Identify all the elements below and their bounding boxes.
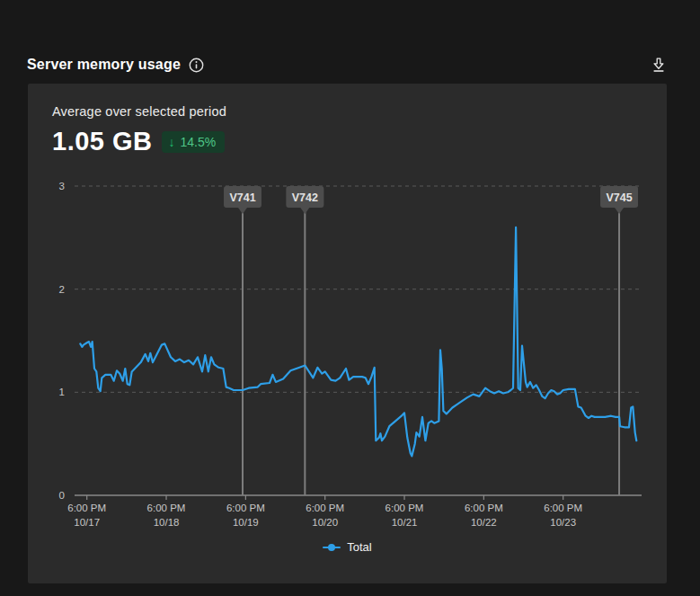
arrow-down-icon: ↓ xyxy=(169,135,175,149)
download-icon[interactable] xyxy=(650,56,668,74)
series-line-total[interactable] xyxy=(80,227,636,457)
x-tick-time: 6:00 PM xyxy=(226,503,265,513)
x-tick-date: 10/19 xyxy=(233,517,259,528)
summary-label: Average over selected period xyxy=(52,104,226,119)
delta-badge: ↓ 14.5% xyxy=(162,131,226,153)
x-tick-date: 10/21 xyxy=(392,517,418,528)
chart-header: Server memory usage xyxy=(27,56,668,74)
title-group: Server memory usage xyxy=(27,57,204,73)
x-tick-date: 10/17 xyxy=(74,517,100,528)
x-tick-date: 10/22 xyxy=(471,517,497,528)
average-value: 1.05 GB xyxy=(52,127,153,156)
x-tick-time: 6:00 PM xyxy=(544,503,582,513)
y-tick-label: 0 xyxy=(59,490,65,501)
x-tick-time: 6:00 PM xyxy=(465,503,503,513)
info-icon[interactable] xyxy=(189,58,204,73)
legend-series-icon xyxy=(323,543,341,552)
deploy-flag-label-v741: V741 xyxy=(229,191,255,204)
chart-legend[interactable]: Total xyxy=(28,540,667,554)
delta-value: 14.5% xyxy=(181,135,217,149)
page-title: Server memory usage xyxy=(27,57,181,73)
y-tick-label: 1 xyxy=(59,387,65,397)
x-tick-time: 6:00 PM xyxy=(147,503,186,513)
dashboard-page: Server memory usage Average over selecte… xyxy=(0,0,700,596)
deploy-flag-label-v742: V742 xyxy=(292,191,318,204)
x-tick-time: 6:00 PM xyxy=(385,503,424,513)
legend-series-label: Total xyxy=(347,540,371,554)
y-tick-label: 2 xyxy=(59,284,65,295)
deploy-flag-label-v745: V745 xyxy=(606,191,632,204)
chart-canvas[interactable]: 01236:00 PM10/176:00 PM10/186:00 PM10/19… xyxy=(28,175,667,539)
x-tick-date: 10/18 xyxy=(154,517,180,528)
summary-value-row: 1.05 GB ↓ 14.5% xyxy=(52,127,226,156)
x-tick-date: 10/23 xyxy=(550,517,576,528)
summary-block: Average over selected period 1.05 GB ↓ 1… xyxy=(52,104,226,156)
x-tick-date: 10/20 xyxy=(312,517,338,528)
deploy-flag-tail-v742 xyxy=(300,208,309,214)
deploy-flag-tail-v745 xyxy=(615,208,624,214)
chart-area: 01236:00 PM10/176:00 PM10/186:00 PM10/19… xyxy=(28,175,667,539)
memory-usage-card: Average over selected period 1.05 GB ↓ 1… xyxy=(28,84,667,583)
deploy-flag-tail-v741 xyxy=(238,208,247,214)
x-tick-time: 6:00 PM xyxy=(67,503,106,513)
x-tick-time: 6:00 PM xyxy=(306,503,344,513)
y-tick-label: 3 xyxy=(59,181,65,191)
